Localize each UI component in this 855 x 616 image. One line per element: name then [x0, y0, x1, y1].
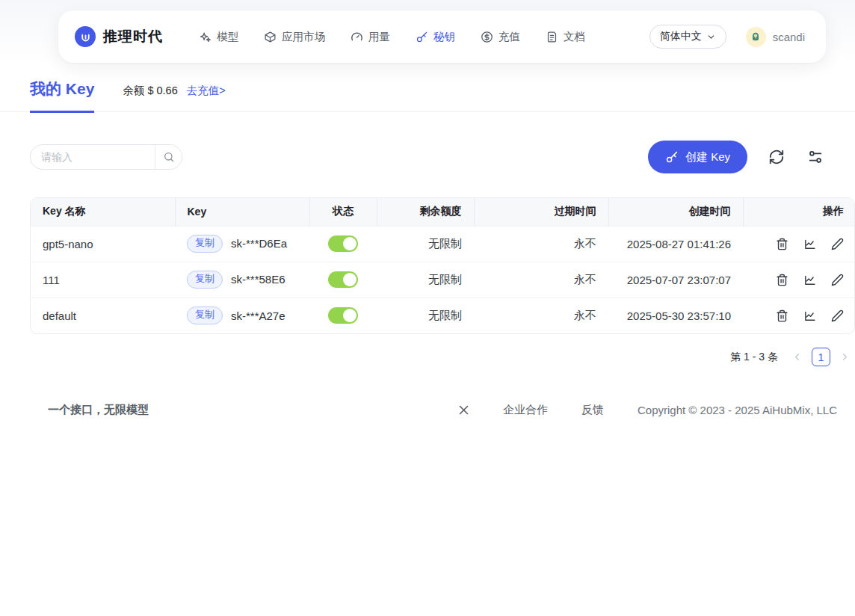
- tabs-row: 我的 Key 余额 $ 0.66 去充值>: [0, 78, 855, 112]
- key-icon: [416, 31, 428, 43]
- nav-item-label: 用量: [368, 30, 390, 44]
- page-summary: 第 1 - 3 条: [730, 351, 778, 364]
- create-key-button[interactable]: 创建 Key: [648, 141, 747, 173]
- pencil-icon: [831, 309, 844, 322]
- search-input[interactable]: [31, 145, 155, 169]
- nav-item-label: 模型: [217, 30, 238, 44]
- language-label: 简体中文: [660, 30, 702, 43]
- footer-tagline: 一个接口，无限模型: [48, 403, 149, 417]
- pencil-icon: [831, 238, 844, 250]
- nav-item-marketplace[interactable]: 应用市场: [264, 30, 325, 44]
- header-key: Key: [175, 198, 309, 226]
- x-twitter-icon[interactable]: [458, 404, 469, 416]
- toolbar: 创建 Key: [30, 141, 825, 173]
- header-created: 创建时间: [608, 198, 743, 226]
- brand[interactable]: 推理时代: [75, 26, 163, 47]
- line-chart-icon: [803, 274, 816, 286]
- footer-link-enterprise[interactable]: 企业合作: [503, 403, 548, 417]
- keys-table: Key 名称 Key 状态 剩余额度 过期时间 创建时间 操作 gpt5-nan…: [30, 197, 855, 334]
- user-menu[interactable]: scandi: [746, 27, 805, 47]
- package-icon: [264, 31, 277, 43]
- key-value: sk-***D6Ea: [231, 237, 287, 250]
- next-page-button[interactable]: [839, 351, 851, 363]
- edit-button[interactable]: [831, 309, 844, 322]
- key-name: gpt5-nano: [31, 226, 175, 262]
- usage-chart-button[interactable]: [803, 274, 816, 286]
- prev-page-button[interactable]: [791, 351, 803, 363]
- usage-chart-button[interactable]: [803, 238, 816, 250]
- copyright-text: Copyright © 2023 - 2025 AiHubMix, LLC: [638, 404, 837, 416]
- nav-item-usage[interactable]: 用量: [351, 30, 390, 44]
- recharge-link[interactable]: 去充值>: [187, 84, 226, 98]
- line-chart-icon: [803, 309, 816, 322]
- line-chart-icon: [803, 238, 816, 250]
- status-toggle[interactable]: [328, 235, 358, 252]
- nav-item-label: 文档: [564, 30, 585, 44]
- navbar-right: 简体中文 scandi: [649, 25, 805, 49]
- search-group: [30, 144, 182, 170]
- copy-button[interactable]: 复制: [187, 271, 223, 289]
- header-expires: 过期时间: [474, 198, 608, 226]
- created-value: 2025-05-30 23:57:10: [608, 298, 743, 333]
- trash-icon: [776, 309, 788, 322]
- main-nav: 模型 应用市场 用量 秘钥 充值 文档: [199, 30, 585, 44]
- nav-item-label: 秘钥: [433, 30, 455, 44]
- dollar-circle-icon: [481, 31, 493, 43]
- delete-button[interactable]: [776, 309, 788, 322]
- key-value: sk-***58E6: [231, 273, 285, 286]
- pagination: 第 1 - 3 条 1: [0, 348, 855, 366]
- table-row: 111 复制 sk-***58E6 无限制 永不 2025-07-07 23:0…: [31, 262, 855, 298]
- search-icon: [163, 151, 175, 163]
- document-icon: [546, 31, 558, 43]
- usage-chart-button[interactable]: [803, 309, 816, 322]
- key-name: 111: [31, 262, 175, 298]
- footer-right: 企业合作 反馈 Copyright © 2023 - 2025 AiHubMix…: [458, 403, 837, 417]
- gauge-icon: [351, 31, 363, 43]
- key-name: default: [31, 298, 175, 333]
- sparkles-icon: [199, 31, 212, 43]
- language-selector[interactable]: 简体中文: [649, 25, 726, 49]
- toolbar-right: 创建 Key: [648, 141, 825, 173]
- trash-icon: [776, 238, 788, 250]
- avatar: [746, 27, 766, 47]
- delete-button[interactable]: [776, 274, 788, 286]
- brand-logo-icon: [75, 26, 96, 47]
- brand-name: 推理时代: [103, 27, 163, 46]
- copy-button[interactable]: 复制: [187, 307, 223, 324]
- pencil-icon: [831, 274, 844, 286]
- status-toggle[interactable]: [328, 307, 358, 324]
- page-number-1[interactable]: 1: [812, 348, 830, 366]
- header-quota: 剩余额度: [377, 198, 474, 226]
- quota-value: 无限制: [377, 226, 474, 262]
- search-button[interactable]: [155, 145, 182, 169]
- header-key-name: Key 名称: [31, 198, 175, 226]
- refresh-button[interactable]: [767, 147, 786, 167]
- edit-button[interactable]: [831, 274, 844, 286]
- table-header-row: Key 名称 Key 状态 剩余额度 过期时间 创建时间 操作: [31, 198, 855, 226]
- created-value: 2025-08-27 01:41:26: [608, 226, 743, 262]
- create-key-label: 创建 Key: [685, 150, 730, 164]
- created-value: 2025-07-07 23:07:07: [608, 262, 743, 298]
- chevron-left-icon: [791, 351, 803, 363]
- header-actions: 操作: [743, 198, 855, 226]
- status-toggle[interactable]: [328, 271, 358, 288]
- delete-button[interactable]: [776, 238, 788, 250]
- column-settings-button[interactable]: [806, 147, 825, 167]
- table-row: default 复制 sk-***A27e 无限制 永不 2025-05-30 …: [31, 298, 855, 333]
- expires-value: 永不: [474, 262, 608, 298]
- username: scandi: [773, 31, 805, 43]
- footer-link-feedback[interactable]: 反馈: [581, 403, 604, 417]
- nav-item-models[interactable]: 模型: [199, 30, 238, 44]
- table-row: gpt5-nano 复制 sk-***D6Ea 无限制 永不 2025-08-2…: [31, 226, 855, 262]
- nav-item-recharge[interactable]: 充值: [481, 30, 520, 44]
- trash-icon: [776, 274, 788, 286]
- edit-button[interactable]: [831, 238, 844, 250]
- nav-item-keys[interactable]: 秘钥: [416, 30, 455, 44]
- tab-my-keys[interactable]: 我的 Key: [30, 78, 94, 113]
- copy-button[interactable]: 复制: [187, 235, 223, 253]
- chevron-down-icon: [706, 32, 716, 42]
- balance-text: 余额 $ 0.66: [123, 84, 177, 98]
- nav-item-docs[interactable]: 文档: [546, 30, 585, 44]
- key-value: sk-***A27e: [231, 309, 285, 322]
- expires-value: 永不: [474, 226, 608, 262]
